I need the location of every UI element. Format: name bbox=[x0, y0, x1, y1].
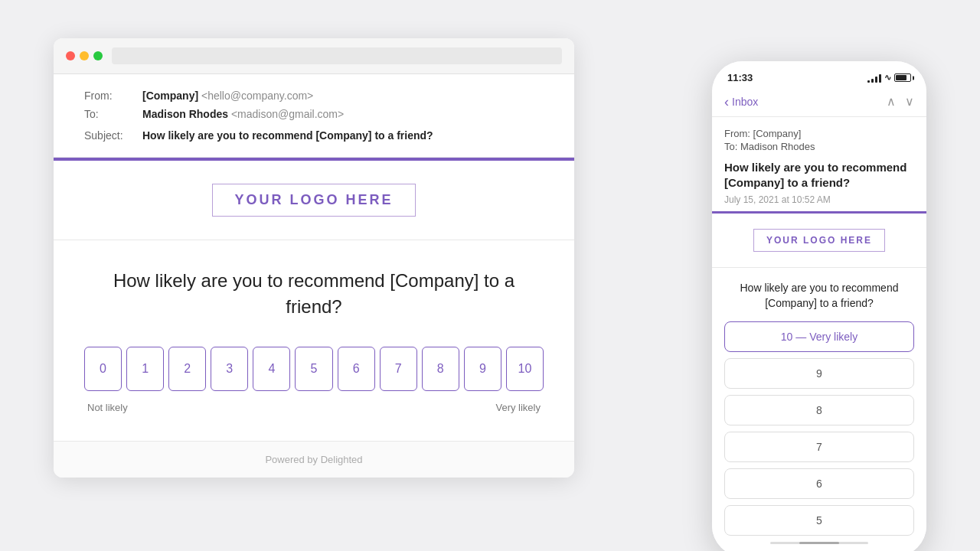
phone-nps-option-0[interactable]: 10 — Very likely bbox=[724, 321, 914, 352]
nps-button-6[interactable]: 6 bbox=[338, 347, 375, 391]
footer-text: Powered by Delighted bbox=[265, 454, 362, 465]
inbox-label: Inbox bbox=[732, 96, 758, 108]
logo-placeholder: YOUR LOGO HERE bbox=[212, 184, 415, 217]
signal-bar-3 bbox=[875, 77, 877, 83]
phone-date: July 15, 2021 at 10:52 AM bbox=[724, 194, 914, 205]
wifi-icon: ∿ bbox=[884, 73, 891, 83]
nps-button-1[interactable]: 1 bbox=[126, 347, 164, 391]
up-arrow-icon[interactable]: ∧ bbox=[887, 94, 896, 109]
desktop-email-client: From: [Company] <hello@company.com> To: … bbox=[54, 38, 574, 478]
nps-button-3[interactable]: 3 bbox=[211, 347, 248, 391]
from-row: From: [Company] <hello@company.com> bbox=[84, 90, 544, 102]
phone-nps-option-2[interactable]: 8 bbox=[724, 395, 914, 425]
nps-button-4[interactable]: 4 bbox=[253, 347, 290, 391]
from-value: [Company] <hello@company.com> bbox=[142, 90, 313, 102]
phone-to: To: Madison Rhodes bbox=[724, 141, 914, 152]
signal-bars-icon bbox=[867, 73, 881, 83]
phone-nps-option-5[interactable]: 5 bbox=[724, 505, 914, 536]
traffic-lights bbox=[66, 51, 103, 60]
phone-nps-option-3[interactable]: 7 bbox=[724, 432, 914, 462]
from-name: [Company] bbox=[142, 90, 198, 102]
label-very-likely: Very likely bbox=[495, 402, 541, 413]
from-label: From: bbox=[84, 90, 130, 102]
to-value: Madison Rhodes <madison@gmail.com> bbox=[142, 108, 344, 120]
from-addr: <hello@company.com> bbox=[201, 90, 313, 102]
logo-section: YOUR LOGO HERE bbox=[54, 161, 574, 240]
nps-button-9[interactable]: 9 bbox=[464, 347, 501, 391]
phone-status-bar: 11:33 ∿ bbox=[712, 61, 926, 90]
nps-button-0[interactable]: 0 bbox=[84, 347, 122, 391]
phone-nav: ‹ Inbox ∧ ∨ bbox=[712, 90, 926, 117]
url-bar[interactable] bbox=[112, 47, 562, 64]
minimize-button[interactable] bbox=[80, 51, 89, 60]
phone-nps-list: 10 — Very likely98765 bbox=[724, 321, 914, 536]
email-footer: Powered by Delighted bbox=[54, 441, 574, 478]
nps-section: How likely are you to recommend [Company… bbox=[54, 240, 574, 441]
title-bar bbox=[54, 38, 574, 74]
phone-from: From: [Company] bbox=[724, 128, 914, 139]
signal-bar-4 bbox=[879, 74, 881, 83]
subject-value: How likely are you to recommend [Company… bbox=[142, 129, 433, 142]
phone-logo-section: YOUR LOGO HERE bbox=[712, 214, 926, 268]
nps-labels: Not likely Very likely bbox=[84, 402, 544, 413]
signal-bar-1 bbox=[867, 80, 870, 83]
email-headers: From: [Company] <hello@company.com> To: … bbox=[54, 74, 574, 158]
scroll-indicator bbox=[770, 542, 868, 544]
signal-bar-2 bbox=[871, 79, 874, 83]
phone-nps-question: How likely are you to recommend [Company… bbox=[724, 280, 914, 311]
battery-icon bbox=[894, 73, 911, 82]
down-arrow-icon[interactable]: ∨ bbox=[905, 94, 914, 109]
nps-button-8[interactable]: 8 bbox=[422, 347, 459, 391]
nps-button-2[interactable]: 2 bbox=[168, 347, 206, 391]
phone-nps-option-1[interactable]: 9 bbox=[724, 358, 914, 389]
nps-button-7[interactable]: 7 bbox=[380, 347, 417, 391]
label-not-likely: Not likely bbox=[87, 402, 128, 413]
scene: From: [Company] <hello@company.com> To: … bbox=[54, 38, 926, 513]
close-button[interactable] bbox=[66, 51, 75, 60]
subject-row: Subject: How likely are you to recommend… bbox=[84, 129, 544, 142]
nav-arrows: ∧ ∨ bbox=[887, 94, 914, 109]
phone-nps-option-4[interactable]: 6 bbox=[724, 468, 914, 499]
phone-email-meta: From: [Company] To: Madison Rhodes How l… bbox=[712, 117, 926, 211]
mobile-phone: 11:33 ∿ ‹ Inbox ∧ bbox=[712, 61, 926, 551]
back-button[interactable]: ‹ Inbox bbox=[724, 95, 758, 109]
phone-time: 11:33 bbox=[727, 72, 753, 83]
nps-scale: 012345678910 bbox=[84, 347, 544, 391]
battery-fill bbox=[896, 75, 906, 80]
to-row: To: Madison Rhodes <madison@gmail.com> bbox=[84, 108, 544, 120]
to-label: To: bbox=[84, 108, 130, 120]
nps-button-5[interactable]: 5 bbox=[295, 347, 332, 391]
to-addr: <madison@gmail.com> bbox=[231, 108, 344, 120]
maximize-button[interactable] bbox=[93, 51, 103, 60]
status-icons: ∿ bbox=[867, 73, 911, 83]
nps-button-10[interactable]: 10 bbox=[506, 347, 544, 391]
phone-subject: How likely are you to recommend [Company… bbox=[724, 160, 914, 191]
phone-logo-placeholder: YOUR LOGO HERE bbox=[753, 229, 885, 252]
nps-question: How likely are you to recommend [Company… bbox=[84, 268, 544, 319]
scroll-thumb bbox=[799, 542, 838, 544]
chevron-left-icon: ‹ bbox=[724, 95, 729, 109]
subject-label: Subject: bbox=[84, 129, 130, 142]
to-name: Madison Rhodes bbox=[142, 108, 228, 120]
phone-nps-section: How likely are you to recommend [Company… bbox=[712, 268, 926, 552]
